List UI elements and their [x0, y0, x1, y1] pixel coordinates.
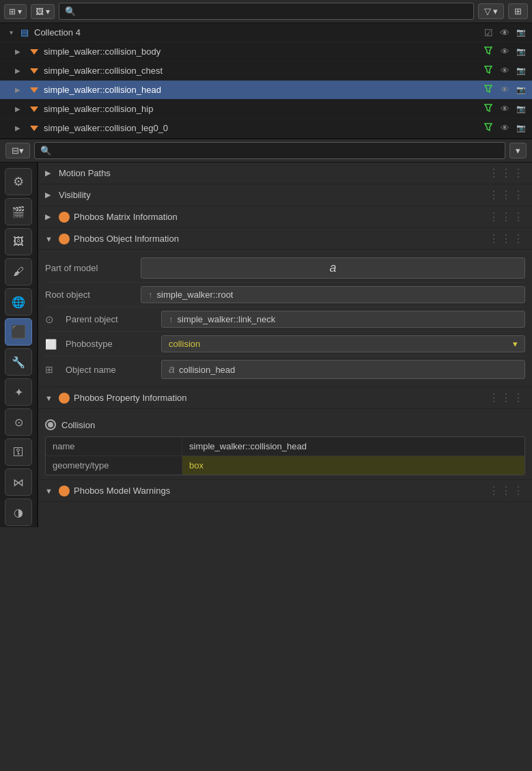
outliner-search-input[interactable] — [59, 3, 474, 20]
field-object-name: ⊞ Object name a collision_head — [45, 356, 525, 382]
sidebar-modifier-btn[interactable]: 🔧 — [5, 348, 32, 376]
object-name-icon-wrap: ⊞ — [45, 364, 59, 375]
phobos-property-dot — [59, 393, 70, 404]
filter-icon: ▽ — [484, 6, 491, 16]
field-root-object: Root object ↑ simple_walker::root — [45, 283, 525, 307]
display-icon: 🖼 — [36, 7, 44, 16]
section-phobos-matrix[interactable]: ▶ Phobos Matrix Information ⋮⋮⋮ — [38, 206, 532, 228]
section-phobos-model-warnings[interactable]: ▼ Phobos Model Warnings ⋮⋮⋮ — [38, 480, 532, 502]
row-cam-icon[interactable]: 📷 — [514, 66, 528, 75]
root-object-value[interactable]: ↑ simple_walker::root — [141, 286, 525, 303]
outliner-display-btn[interactable]: 🖼 ▾ — [31, 4, 55, 19]
parent-object-icon-wrap: ⊙ — [45, 313, 59, 326]
props-view-mode-btn[interactable]: ⊟ ▾ — [5, 143, 30, 158]
prop-key-name: name — [46, 437, 182, 455]
properties-content: ▶ Motion Paths ⋮⋮⋮ ▶ Visibility ⋮⋮⋮ ▶ Ph… — [38, 163, 532, 527]
sidebar-scenes-btn[interactable]: 🎬 — [5, 198, 32, 225]
row-triangle-icon — [27, 102, 41, 116]
prop-val-name[interactable]: simple_walker::collision_head — [182, 437, 524, 455]
particles-icon: ✦ — [14, 386, 23, 399]
sidebar-particles-btn[interactable]: ✦ — [5, 378, 32, 406]
collection-check-icon[interactable]: ☑ — [481, 27, 495, 38]
sidebar-render-btn[interactable]: 🖼 — [5, 228, 32, 255]
outliner-add-btn[interactable]: ⊞ — [508, 3, 528, 19]
sidebar-physics-btn[interactable]: ⊙ — [5, 408, 32, 436]
outliner-item[interactable]: ▶ simple_walker::collision_chest 👁 📷 — [0, 61, 532, 81]
row-cam-icon[interactable]: 📷 — [514, 104, 528, 113]
sidebar-phobos-btn[interactable]: ⋈ — [5, 468, 32, 496]
object-name-a-icon: a — [169, 363, 175, 376]
row-modifier-icon — [481, 65, 495, 76]
part-of-model-value[interactable]: a — [141, 257, 525, 279]
phobos-property-dots: ⋮⋮⋮ — [488, 391, 525, 404]
row-eye-icon[interactable]: 👁 — [498, 123, 512, 133]
row-eye-icon[interactable]: 👁 — [498, 46, 512, 57]
svg-marker-4 — [30, 87, 38, 93]
row-eye-icon[interactable]: 👁 — [498, 104, 512, 114]
object-name-text: collision_head — [179, 365, 235, 375]
props-search-input[interactable] — [34, 142, 505, 159]
row-arrow: ▶ — [11, 86, 25, 94]
sidebar-material-btn[interactable]: 🖌 — [5, 258, 32, 285]
outliner-item[interactable]: ▶ simple_walker::collision_body 👁 📷 — [0, 42, 532, 61]
phobostype-icon-wrap: ⬜ — [45, 339, 59, 350]
row-triangle-icon — [27, 83, 41, 97]
layout-icon: ⊞ — [9, 7, 16, 16]
row-cam-icon[interactable]: 📷 — [514, 124, 528, 132]
scenes-icon: 🎬 — [12, 206, 25, 219]
outliner-items-list: ▶ simple_walker::collision_body 👁 📷 ▶ si… — [0, 42, 532, 138]
section-phobos-property-header[interactable]: ▼ Phobos Property Information ⋮⋮⋮ — [38, 387, 532, 409]
sidebar-object-btn[interactable]: ⬛ — [5, 318, 32, 346]
svg-marker-6 — [30, 107, 38, 112]
svg-marker-2 — [30, 68, 38, 74]
outliner-view-btn[interactable]: ⊞ ▾ — [4, 4, 27, 19]
collision-subsection-title: Collision — [61, 420, 95, 430]
material-icon: 🖌 — [13, 266, 24, 278]
section-motion-paths[interactable]: ▶ Motion Paths ⋮⋮⋮ — [38, 163, 532, 184]
outliner-item[interactable]: ▶ simple_walker::collision_leg0_0 👁 📷 — [0, 119, 532, 138]
collision-subsection-header[interactable]: Collision — [45, 416, 525, 434]
collection-cam-icon[interactable]: 📷 — [514, 28, 528, 37]
row-arrow: ▶ — [11, 48, 25, 55]
phobostype-select[interactable]: collision ▾ — [161, 335, 525, 352]
phobos-matrix-dot — [59, 212, 70, 223]
prop-val-geometry[interactable]: box — [182, 456, 524, 475]
field-parent-object: ⊙ Parent object ↑ simple_walker::link_ne… — [45, 307, 525, 332]
phobos-object-dots: ⋮⋮⋮ — [488, 232, 525, 245]
render-icon: 🖼 — [13, 236, 24, 248]
sidebar-pie-btn[interactable]: ◑ — [5, 499, 32, 526]
phobos-property-toggle-icon: ▼ — [45, 394, 55, 402]
object-name-value[interactable]: a collision_head — [161, 360, 525, 379]
sidebar-constraints-btn[interactable]: ⚿ — [5, 438, 32, 466]
prop-row-name: name simple_walker::collision_head — [46, 437, 524, 456]
collection-row[interactable]: ▾ ▤ Collection 4 ☑ 👁 📷 — [0, 23, 532, 42]
outliner-filter-btn[interactable]: ▽ ▾ — [478, 3, 504, 19]
props-dropdown-btn[interactable]: ▾ — [509, 143, 527, 158]
svg-marker-5 — [485, 85, 492, 92]
parent-object-value[interactable]: ↑ simple_walker::link_neck — [161, 311, 525, 328]
prop-row-geometry: geometry/type box — [46, 456, 524, 475]
object-name-icon: ⊞ — [45, 364, 53, 375]
row-eye-icon[interactable]: 👁 — [498, 85, 512, 95]
section-visibility[interactable]: ▶ Visibility ⋮⋮⋮ — [38, 184, 532, 206]
section-phobos-object-header[interactable]: ▼ Phobos Object Information ⋮⋮⋮ — [38, 228, 532, 250]
sidebar-world-btn[interactable]: 🌐 — [5, 288, 32, 316]
expand-arrow: ▾ — [4, 29, 18, 36]
row-eye-icon[interactable]: 👁 — [498, 66, 512, 76]
svg-marker-3 — [485, 66, 492, 73]
phobos-object-toggle-icon: ▼ — [45, 235, 55, 243]
sidebar-tools-btn[interactable]: ⚙ — [5, 168, 32, 195]
outliner-item[interactable]: ▶ simple_walker::collision_hip 👁 📷 — [0, 100, 532, 119]
outliner-item[interactable]: ▶ simple_walker::collision_head 👁 📷 — [0, 81, 532, 100]
row-modifier-icon — [481, 84, 495, 96]
collection-icon: ▤ — [20, 27, 29, 38]
row-cam-icon[interactable]: 📷 — [514, 47, 528, 56]
row-label: simple_walker::collision_body — [44, 46, 479, 57]
part-of-model-text: a — [329, 261, 336, 275]
collection-eye-icon[interactable]: 👁 — [498, 27, 512, 38]
phobos-warnings-toggle-icon: ▼ — [45, 487, 55, 495]
row-cam-icon[interactable]: 📷 — [514, 85, 528, 94]
upload-icon: ↑ — [148, 290, 153, 300]
root-object-text: simple_walker::root — [157, 290, 234, 300]
phobos-object-content: Part of model a Root object ↑ simple_wal… — [38, 250, 532, 387]
